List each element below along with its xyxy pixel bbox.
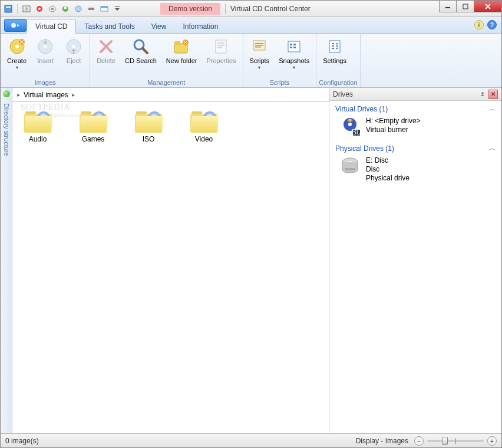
- svg-rect-38: [290, 44, 292, 45]
- svg-point-10: [75, 6, 81, 12]
- drive-group-title: Virtual Drives (1): [335, 105, 388, 113]
- close-button[interactable]: [474, 1, 501, 12]
- ribbon-group-configuration: Settings Configuration: [316, 34, 360, 87]
- physical-drive-icon: [339, 156, 361, 177]
- folder-item-games[interactable]: Games: [76, 109, 110, 143]
- svg-point-7: [51, 8, 54, 10]
- svg-point-45: [336, 48, 338, 50]
- insert-label: Insert: [37, 57, 54, 64]
- status-right: Display - Images: [356, 437, 408, 445]
- settings-button[interactable]: Settings: [319, 35, 351, 67]
- statusbar: 0 image(s) Display - Images − +: [1, 433, 501, 447]
- folder-label: Games: [82, 135, 105, 143]
- svg-rect-15: [445, 7, 450, 8]
- drive-group-physical[interactable]: Physical Drives (1) ︿: [333, 143, 498, 154]
- properties-label: Properties: [206, 57, 236, 64]
- new-folder-button[interactable]: New folder: [162, 35, 202, 67]
- zoom-thumb[interactable]: [442, 437, 448, 445]
- folder-view[interactable]: SOFTPEDIA www.softpedia.com Audio Games …: [12, 102, 329, 433]
- cd-search-label: CD Search: [125, 57, 157, 64]
- tab-virtual-cd[interactable]: Virtual CD: [27, 19, 76, 34]
- dropdown-arrow-icon: ▾: [16, 65, 18, 70]
- group-label-configuration: Configuration: [319, 78, 357, 87]
- zoom-tick: [455, 438, 456, 444]
- minimize-button[interactable]: [439, 1, 457, 12]
- sidebar-label[interactable]: Directory structure: [3, 101, 10, 159]
- search-icon: [131, 37, 150, 56]
- tab-tasks-and-tools[interactable]: Tasks and Tools: [76, 19, 143, 33]
- svg-rect-13: [101, 6, 108, 8]
- svg-point-5: [38, 8, 41, 10]
- status-left: 0 image(s): [5, 437, 39, 445]
- drive-item-virtual[interactable]: BD H: <Empty drive> Virtual burner: [333, 114, 498, 143]
- snapshots-label: Snapshots: [279, 57, 309, 64]
- qat-btn-5[interactable]: [73, 4, 84, 14]
- svg-point-19: [15, 45, 19, 48]
- folder-icon: [80, 109, 107, 133]
- folder-item-video[interactable]: Video: [187, 109, 221, 143]
- svg-rect-52: [345, 168, 355, 170]
- svg-rect-40: [290, 47, 292, 48]
- drive-group-virtual[interactable]: Virtual Drives (1) ︿: [333, 103, 498, 114]
- drives-header: Drives ✕: [329, 88, 501, 101]
- qat-btn-4[interactable]: [60, 4, 71, 14]
- help-icon[interactable]: ?: [487, 20, 497, 29]
- group-label-scripts: Scripts: [246, 78, 314, 87]
- main-panel: ▸ Virtual images ▸ SOFTPEDIA www.softped…: [12, 88, 329, 433]
- cd-search-button[interactable]: CD Search: [121, 35, 161, 67]
- demo-badge: Demo version: [160, 3, 220, 15]
- svg-rect-30: [217, 42, 224, 44]
- svg-point-3: [25, 7, 28, 11]
- zoom-in-button[interactable]: +: [487, 436, 497, 446]
- folder-label: Audio: [29, 135, 47, 143]
- qat-btn-1[interactable]: [21, 4, 32, 14]
- panel-close-button[interactable]: ✕: [488, 90, 498, 99]
- zoom-out-button[interactable]: −: [414, 436, 424, 446]
- scripts-button[interactable]: Scripts ▾: [246, 35, 274, 73]
- tab-view[interactable]: View: [143, 19, 175, 33]
- qat-customize[interactable]: [112, 4, 123, 14]
- snapshots-button[interactable]: Snapshots ▾: [275, 35, 313, 73]
- qat-btn-6[interactable]: [86, 4, 97, 14]
- qat-btn-3[interactable]: [47, 4, 58, 14]
- disc-insert-icon: [36, 37, 55, 56]
- svg-rect-11: [88, 8, 94, 10]
- qat-btn-2[interactable]: [34, 4, 45, 14]
- breadcrumb-arrow[interactable]: ▸: [71, 91, 76, 98]
- settings-label: Settings: [323, 57, 346, 64]
- folder-item-audio[interactable]: Audio: [21, 109, 55, 143]
- drive-line2: Virtual burner: [366, 126, 421, 134]
- pin-icon[interactable]: [478, 90, 487, 99]
- zoom-slider[interactable]: [427, 440, 484, 442]
- folder-item-iso[interactable]: ISO: [131, 109, 166, 143]
- window-title: Virtual CD Control Center: [230, 5, 311, 13]
- breadcrumb-item[interactable]: Virtual images: [24, 91, 68, 99]
- drive-text: E: Disc Disc Physical drive: [366, 156, 409, 183]
- refresh-icon[interactable]: [3, 90, 10, 97]
- disc-new-icon: [8, 37, 27, 56]
- info-icon[interactable]: i: [474, 20, 484, 29]
- drive-item-physical[interactable]: E: Disc Disc Physical drive: [333, 154, 498, 187]
- svg-rect-31: [217, 45, 224, 46]
- group-label-images: Images: [3, 78, 87, 87]
- sidebar-collapsed[interactable]: Directory structure: [1, 88, 12, 433]
- chevron-up-icon: ︿: [489, 144, 496, 153]
- breadcrumb[interactable]: ▸ Virtual images ▸: [12, 88, 329, 102]
- qat-btn-7[interactable]: [99, 4, 110, 14]
- maximize-button[interactable]: [457, 1, 474, 12]
- breadcrumb-root-arrow[interactable]: ▸: [16, 91, 21, 98]
- tab-information[interactable]: Information: [174, 19, 226, 33]
- settings-icon: [325, 37, 344, 56]
- drive-line1: H: <Empty drive>: [366, 117, 421, 126]
- svg-rect-42: [329, 41, 340, 52]
- folder-label: ISO: [143, 135, 155, 143]
- folder-label: Video: [195, 135, 213, 143]
- drive-line3: Physical drive: [366, 174, 409, 183]
- svg-rect-29: [216, 40, 226, 53]
- file-menu-button[interactable]: [4, 19, 27, 32]
- create-button[interactable]: Create ▾: [3, 35, 31, 73]
- svg-rect-0: [5, 5, 12, 12]
- ribbon-help-area: i ?: [474, 20, 497, 29]
- qat-app-icon[interactable]: [3, 4, 14, 14]
- drives-title: Drives: [333, 90, 353, 98]
